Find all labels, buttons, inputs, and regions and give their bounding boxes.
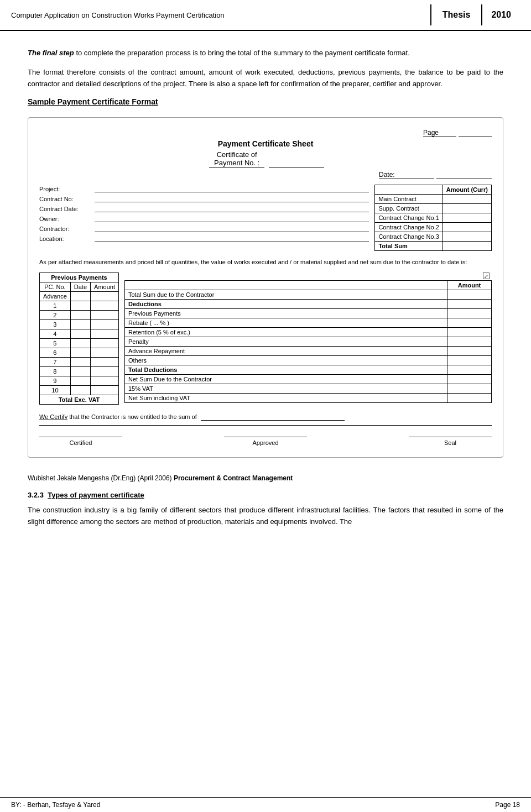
summary-row-rebate: Rebate ( ... % ): [124, 318, 491, 327]
summary-amt-total-due: [447, 290, 492, 299]
info-row-location: Location:: [39, 234, 369, 242]
right-amount-main-contract: [442, 195, 491, 204]
prev-row-8: 8: [40, 366, 119, 376]
intro-paragraph-1: The final step to complete the preparati…: [28, 48, 503, 59]
subsection-title: Types of payment certificate: [48, 491, 144, 499]
cert-page-line: Page: [39, 129, 492, 137]
prev-col-no: PC. No.: [40, 282, 71, 291]
right-amount-change3: [442, 232, 491, 242]
prev-amt-5: [91, 338, 119, 348]
certify-underline: We Certify: [39, 413, 67, 420]
footer-right: Page 18: [495, 801, 520, 809]
certificate-box: Page Payment Certificate Sheet Certifica…: [28, 117, 503, 458]
prev-no-7: 7: [40, 357, 71, 366]
contract-no-label: Contract No:: [39, 196, 95, 202]
date-label: Date:: [379, 171, 434, 179]
summary-amt-penalty: [447, 337, 492, 346]
summary-row-others: Others: [124, 355, 491, 365]
prev-payments-wrapper: Previous Payments PC. No. Date Amount Ad…: [39, 273, 119, 405]
cert-right-table-wrapper: Amount (Curr) Main Contract Supp. Contra…: [374, 185, 492, 251]
prev-date-5: [70, 338, 90, 348]
right-row-change3: Contract Change No.3: [375, 232, 492, 242]
project-label: Project:: [39, 186, 95, 192]
prev-col-date: Date: [70, 282, 90, 291]
date-value: [436, 171, 492, 179]
prev-date-4: [70, 329, 90, 338]
prev-amt-10: [91, 385, 119, 395]
prev-row-4: 4: [40, 329, 119, 338]
subsection-heading: 3.2.3 Types of payment certificate: [28, 491, 503, 499]
summary-label-others: Others: [124, 355, 447, 365]
contractor-line: [95, 224, 369, 232]
page-label: Page: [423, 129, 456, 137]
summary-label-prev-payments: Previous Payments: [124, 308, 447, 318]
header-year: 2010: [481, 4, 520, 25]
intro-paragraph-2: The format therefore consists of the con…: [28, 67, 503, 90]
prev-no-10: 10: [40, 385, 71, 395]
prev-no-9: 9: [40, 376, 71, 385]
prev-no-6: 6: [40, 348, 71, 357]
summary-label-advance-repayment: Advance Repayment: [124, 346, 447, 355]
prev-date-9: [70, 376, 90, 385]
right-row-supp-contract: Supp. Contract: [375, 204, 492, 213]
summary-row-penalty: Penalty: [124, 337, 491, 346]
prev-row-9: 9: [40, 376, 119, 385]
sig-seal-line: [409, 437, 492, 437]
right-row-change1: Contract Change No.1: [375, 213, 492, 223]
owner-line: [95, 214, 369, 222]
summary-desc-header: [124, 280, 447, 290]
certify-fill-line: [201, 413, 345, 421]
prev-no-3: 3: [40, 319, 71, 329]
header-thesis: Thesis: [430, 4, 482, 25]
info-row-contract-date: Contract Date:: [39, 205, 369, 212]
prev-row-5: 5: [40, 338, 119, 348]
footer-left: BY: - Berhan, Tesfaye & Yared: [11, 801, 100, 809]
sig-approved-label: Approved: [252, 439, 278, 446]
cert-no-label: Certificate of Payment No. :: [209, 150, 264, 167]
summary-row-total-due: Total Sum due to the Contractor: [124, 290, 491, 299]
cert-description: As per attached measurements and priced …: [39, 258, 492, 267]
right-amount-change2: [442, 223, 491, 232]
summary-label-retention: Retention (5 % of exc.): [124, 327, 447, 337]
info-row-contractor: Contractor:: [39, 224, 369, 232]
contract-date-line: [95, 205, 369, 212]
prev-amt-6: [91, 348, 119, 357]
cert-left-info: Project: Contract No: Contract Date: Own…: [39, 185, 369, 251]
prev-amt-8: [91, 366, 119, 376]
right-label-change2: Contract Change No.2: [375, 223, 442, 232]
summary-label-total-due: Total Sum due to the Contractor: [124, 290, 447, 299]
cert-right-table: Amount (Curr) Main Contract Supp. Contra…: [374, 185, 492, 251]
contractor-label: Contractor:: [39, 226, 95, 232]
right-row-total-sum: Total Sum: [375, 242, 492, 251]
intro-bold-italic: The final step: [28, 49, 74, 57]
prev-no-2: 2: [40, 310, 71, 319]
summary-amt-retention: [447, 327, 492, 337]
right-amount-total-sum: [442, 242, 491, 251]
summary-label-penalty: Penalty: [124, 337, 447, 346]
summary-label-rebate: Rebate ( ... % ): [124, 318, 447, 327]
prev-col-amount: Amount: [91, 282, 119, 291]
summary-amt-prev-payments: [447, 308, 492, 318]
prev-date-3: [70, 319, 90, 329]
prev-amt-2: [91, 310, 119, 319]
summary-amt-rebate: [447, 318, 492, 327]
summary-amt-vat: [447, 384, 492, 393]
prev-header-row: Previous Payments: [40, 273, 119, 282]
certify-bottom-line: [39, 425, 492, 426]
prev-no-8: 8: [40, 366, 71, 376]
right-summary-table: Amount Total Sum due to the Contractor D…: [124, 280, 492, 403]
subsection-number: 3.2.3: [28, 491, 44, 499]
header-right: Thesis 2010: [430, 4, 520, 25]
prev-amt-3: [91, 319, 119, 329]
summary-row-total-deductions: Total Deductions: [124, 365, 491, 374]
summary-label-vat: 15% VAT: [124, 384, 447, 393]
location-line: [95, 234, 369, 242]
certify-rest: that the Contractor is now entitled to t…: [67, 413, 197, 420]
right-amount-change1: [442, 213, 491, 223]
right-label-supp-contract: Supp. Contract: [375, 204, 442, 213]
summary-row-prev-payments: Previous Payments: [124, 308, 491, 318]
prev-total-vat-row: Total Exc. VAT: [40, 395, 119, 404]
summary-row-net-due: Net Sum Due to the Contractor: [124, 374, 491, 384]
prev-col-headers: PC. No. Date Amount: [40, 282, 119, 291]
prev-no-5: 5: [40, 338, 71, 348]
